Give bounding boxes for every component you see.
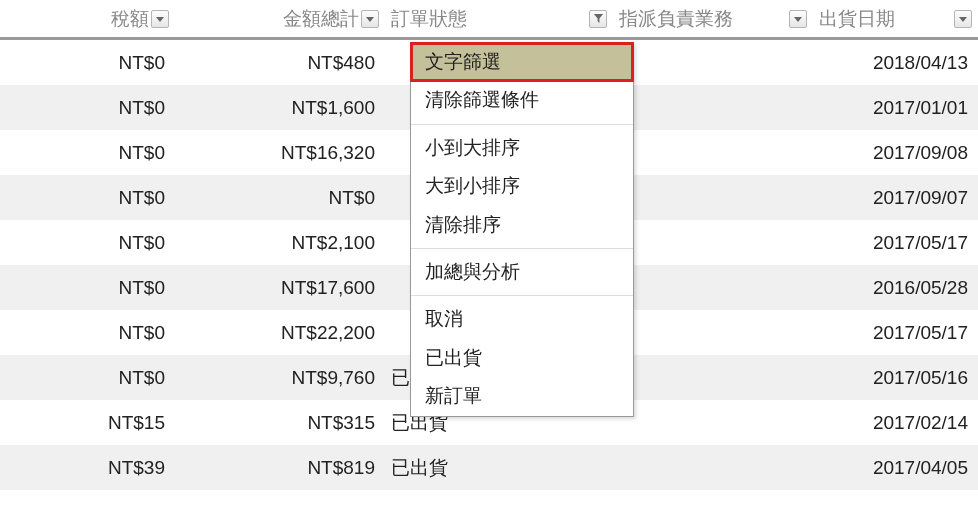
menu-item[interactable]: 取消: [411, 300, 633, 338]
menu-item[interactable]: 清除排序: [411, 206, 633, 244]
cell-total: NT$22,200: [175, 322, 385, 344]
column-filter-menu: 文字篩選清除篩選條件小到大排序大到小排序清除排序加總與分析取消已出貨新訂單: [410, 42, 634, 417]
menu-separator: [411, 248, 633, 249]
cell-total: NT$1,600: [175, 97, 385, 119]
column-header-shipdate-label: 出貨日期: [819, 6, 895, 32]
cell-shipdate: 2017/05/17: [813, 322, 978, 344]
menu-separator: [411, 124, 633, 125]
cell-tax: NT$0: [0, 142, 175, 164]
menu-item[interactable]: 小到大排序: [411, 129, 633, 167]
cell-tax: NT$0: [0, 97, 175, 119]
filter-active-status[interactable]: [589, 10, 607, 28]
cell-total: NT$315: [175, 412, 385, 434]
cell-total: NT$480: [175, 52, 385, 74]
triangle-down-icon: [793, 14, 803, 24]
menu-item[interactable]: 清除篩選條件: [411, 81, 633, 119]
triangle-down-icon: [958, 14, 968, 24]
cell-shipdate: 2017/09/08: [813, 142, 978, 164]
cell-status: 已出貨: [385, 455, 613, 481]
column-header-total-label: 金額總計: [283, 6, 359, 32]
cell-total: NT$17,600: [175, 277, 385, 299]
cell-shipdate: 2017/04/05: [813, 457, 978, 479]
menu-item[interactable]: 大到小排序: [411, 167, 633, 205]
filter-dropdown-shipdate[interactable]: [954, 10, 972, 28]
triangle-down-icon: [365, 14, 375, 24]
cell-shipdate: 2017/02/14: [813, 412, 978, 434]
cell-tax: NT$0: [0, 52, 175, 74]
triangle-down-icon: [155, 14, 165, 24]
cell-shipdate: 2017/05/17: [813, 232, 978, 254]
menu-item[interactable]: 新訂單: [411, 377, 633, 415]
cell-tax: NT$0: [0, 367, 175, 389]
cell-shipdate: 2017/01/01: [813, 97, 978, 119]
cell-shipdate: 2017/05/16: [813, 367, 978, 389]
menu-item[interactable]: 加總與分析: [411, 253, 633, 291]
column-header-status: 訂單狀態: [385, 0, 613, 37]
cell-total: NT$819: [175, 457, 385, 479]
cell-tax: NT$39: [0, 457, 175, 479]
cell-shipdate: 2017/09/07: [813, 187, 978, 209]
column-header-tax-label: 稅額: [111, 6, 149, 32]
menu-item[interactable]: 文字篩選: [411, 43, 633, 81]
cell-tax: NT$0: [0, 232, 175, 254]
menu-item[interactable]: 已出貨: [411, 339, 633, 377]
cell-tax: NT$0: [0, 277, 175, 299]
cell-total: NT$9,760: [175, 367, 385, 389]
filter-dropdown-total[interactable]: [361, 10, 379, 28]
column-header-shipdate: 出貨日期: [813, 0, 978, 37]
column-header-assignee: 指派負責業務: [613, 0, 813, 37]
cell-tax: NT$0: [0, 322, 175, 344]
column-header-total: 金額總計: [175, 0, 385, 37]
cell-total: NT$2,100: [175, 232, 385, 254]
cell-shipdate: 2018/04/13: [813, 52, 978, 74]
table-row[interactable]: NT$39NT$819已出貨2017/04/05: [0, 445, 978, 490]
cell-shipdate: 2016/05/28: [813, 277, 978, 299]
filter-dropdown-tax[interactable]: [151, 10, 169, 28]
column-header-assignee-label: 指派負責業務: [619, 6, 733, 32]
cell-tax: NT$0: [0, 187, 175, 209]
cell-total: NT$16,320: [175, 142, 385, 164]
column-header-tax: 稅額: [0, 0, 175, 37]
cell-total: NT$0: [175, 187, 385, 209]
funnel-icon: [593, 13, 604, 24]
column-header-status-label: 訂單狀態: [391, 6, 467, 32]
menu-separator: [411, 295, 633, 296]
table-header-row: 稅額 金額總計 訂單狀態 指派負責業務 出貨日期: [0, 0, 978, 40]
filter-dropdown-assignee[interactable]: [789, 10, 807, 28]
cell-tax: NT$15: [0, 412, 175, 434]
